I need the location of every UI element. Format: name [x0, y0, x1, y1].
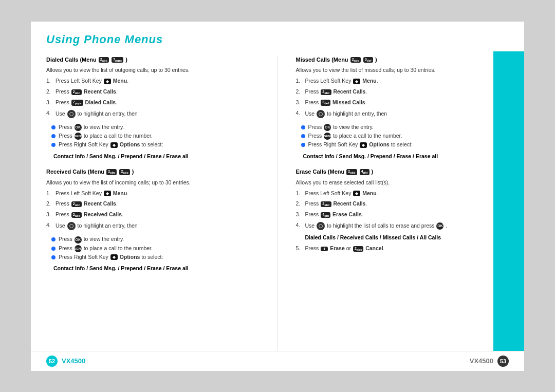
received-step-4: 4. Use ◯ to highlight an entry, then [46, 222, 260, 230]
right-column: Missed Calls (Menu 2abc 3def ) Allows yo… [296, 57, 509, 351]
dialed-step-4: 4. Use ◯ to highlight an entry, then [46, 110, 260, 118]
erase-calls-section: Erase Calls (Menu 2abc 4ghi ) Allows you… [296, 169, 509, 253]
received-calls-desc: Allows you to view the list of incoming … [46, 179, 260, 185]
dialed-step-1: 1. Press Left Soft Key ◆ Menu. [46, 78, 260, 84]
received-options: Contact Info / Send Msg. / Prepend / Era… [46, 265, 260, 271]
menu-key-2abc: 2abc [99, 57, 109, 63]
bullet-options: Press Right Soft Key ◆ Options to select… [51, 141, 260, 148]
erase-step-2: 2. Press 2abc Recent Calls. [296, 200, 509, 207]
missed-step-1: 1. Press Left Soft Key ◆ Menu. [296, 78, 509, 84]
received-bullets: Press OK to view the entry. Press SEND t… [46, 236, 260, 262]
erase-step-4: 4. Use ◯ to highlight the list of calls … [296, 222, 509, 230]
page-container: Using Phone Menus Dialed Calls (Menu 2ab… [31, 22, 524, 371]
column-divider [278, 57, 278, 351]
dialed-calls-desc: Allows you to view the list of outgoing … [46, 67, 260, 73]
received-calls-section: Received Calls (Menu 2abc 2abc ) Allows … [46, 169, 260, 271]
erase-step-1: 1. Press Left Soft Key ◆ Menu. [296, 190, 509, 197]
page-inner: Using Phone Menus Dialed Calls (Menu 2ab… [31, 22, 524, 371]
bullet-dot [51, 125, 55, 129]
rec-bullet-send: Press SEND to place a call to the number… [51, 245, 260, 252]
footer: 52 VX4500 VX4500 53 [31, 351, 524, 371]
footer-right: VX4500 53 [470, 356, 509, 367]
dialed-step-2: 2. Press 2abc Recent Calls. [46, 88, 260, 95]
received-calls-title: Received Calls (Menu 2abc 2abc ) [46, 169, 260, 175]
page-number-right: 53 [497, 356, 509, 367]
erase-step-5: 5. Press 1 Erase or 2abc Cancel. [296, 245, 509, 252]
rec-bullet-ok: Press OK to view the entry. [51, 236, 260, 243]
content-area: Dialed Calls (Menu 2abc 7pqrs ) Allows y… [31, 51, 524, 351]
missed-calls-title: Missed Calls (Menu 2abc 3def ) [296, 57, 509, 63]
bullet-send: Press SEND to place a call to the number… [51, 133, 260, 140]
missed-bullets: Press OK to view the entry. Press SEND t… [296, 124, 509, 150]
received-step-2: 2. Press 2abc Recent Calls. [46, 200, 260, 207]
missed-step-4: 4. Use ◯ to highlight an entry, then [296, 110, 509, 118]
dialed-step-3: 3. Press 7pqrs Dialed Calls. [46, 99, 260, 106]
soft-key-icon: ◆ [104, 79, 111, 84]
page-title: Using Phone Menus [46, 33, 163, 46]
erase-calls-title: Erase Calls (Menu 2abc 4ghi ) [296, 169, 509, 175]
title-bar: Using Phone Menus [31, 22, 524, 51]
rec-bullet-options: Press Right Soft Key ◆ Options to select… [51, 254, 260, 260]
missed-step-3: 3. Press 3def Missed Calls. [296, 99, 509, 106]
erase-step-3: 3. Press 4ghi Erase Calls. [296, 211, 509, 218]
left-column: Dialed Calls (Menu 2abc 7pqrs ) Allows y… [46, 57, 260, 351]
dialed-calls-title: Dialed Calls (Menu 2abc 7pqrs ) [46, 57, 260, 63]
erase-calls-desc: Allows you to erase selected call list(s… [296, 179, 509, 185]
footer-left: 52 VX4500 [46, 356, 85, 367]
missed-options: Contact Info / Send Msg. / Prepend / Era… [296, 153, 509, 159]
bullet-ok: Press OK to view the entry. [51, 124, 260, 131]
received-step-3: 3. Press 2abc Received Calls. [46, 211, 260, 218]
dialed-bullets: Press OK to view the entry. Press SEND t… [46, 124, 260, 150]
erase-call-types: Dialed Calls / Received Calls / Missed C… [296, 234, 509, 240]
miss-bullet-ok: Press OK to view the entry. [301, 124, 509, 131]
brand-right: VX4500 [470, 357, 493, 365]
brand-left: VX4500 [62, 357, 85, 365]
dialed-options: Contact Info / Send Msg. / Prepend / Era… [46, 153, 260, 159]
menu-key-7pqrs: 7pqrs [112, 57, 123, 63]
nav-icon: ◯ [67, 110, 76, 118]
dialed-calls-section: Dialed Calls (Menu 2abc 7pqrs ) Allows y… [46, 57, 260, 159]
miss-bullet-options: Press Right Soft Key ◆ Options to select… [301, 141, 509, 148]
received-step-1: 1. Press Left Soft Key ◆ Menu. [46, 190, 260, 197]
missed-calls-section: Missed Calls (Menu 2abc 3def ) Allows yo… [296, 57, 509, 159]
miss-bullet-send: Press SEND to place a call to the number… [301, 133, 509, 140]
page-number-left: 52 [46, 356, 58, 367]
missed-step-2: 2. Press 2abc Recent Calls. [296, 88, 509, 95]
missed-calls-desc: Allows you to view the list of missed ca… [296, 67, 509, 73]
